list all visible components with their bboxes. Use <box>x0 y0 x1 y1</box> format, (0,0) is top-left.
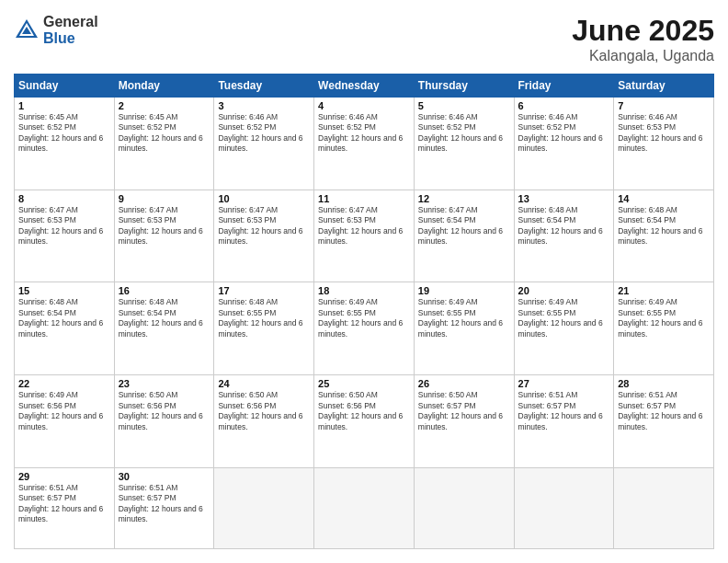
day-number: 30 <box>119 471 210 482</box>
day-number: 4 <box>318 100 410 111</box>
empty-cell <box>214 467 314 548</box>
day-cell-1: 1Sunrise: 6:45 AMSunset: 6:52 PMDaylight… <box>15 98 115 190</box>
day-number: 21 <box>618 285 710 296</box>
empty-cell <box>614 467 714 548</box>
day-info: Sunrise: 6:46 AMSunset: 6:53 PMDaylight:… <box>618 112 710 155</box>
day-cell-21: 21Sunrise: 6:49 AMSunset: 6:55 PMDayligh… <box>614 282 714 375</box>
day-number: 1 <box>18 100 110 111</box>
day-number: 3 <box>218 100 310 111</box>
day-number: 28 <box>618 378 710 389</box>
week-row-4: 22Sunrise: 6:49 AMSunset: 6:56 PMDayligh… <box>15 375 714 468</box>
calendar-title: June 2025 <box>572 14 714 48</box>
empty-cell <box>514 467 614 548</box>
day-info: Sunrise: 6:50 AMSunset: 6:56 PMDaylight:… <box>318 390 410 432</box>
day-cell-27: 27Sunrise: 6:51 AMSunset: 6:57 PMDayligh… <box>514 375 614 468</box>
day-number: 8 <box>18 193 110 204</box>
logo: General Blue <box>14 14 98 46</box>
day-cell-3: 3Sunrise: 6:46 AMSunset: 6:52 PMDaylight… <box>214 98 314 190</box>
day-info: Sunrise: 6:51 AMSunset: 6:57 PMDaylight:… <box>518 390 610 432</box>
day-info: Sunrise: 6:47 AMSunset: 6:53 PMDaylight:… <box>318 205 410 247</box>
day-info: Sunrise: 6:51 AMSunset: 6:57 PMDaylight:… <box>618 390 710 432</box>
day-number: 2 <box>119 100 210 111</box>
day-cell-28: 28Sunrise: 6:51 AMSunset: 6:57 PMDayligh… <box>614 375 714 468</box>
day-info: Sunrise: 6:50 AMSunset: 6:57 PMDaylight:… <box>418 390 510 432</box>
day-number: 29 <box>18 471 110 482</box>
week-row-1: 1Sunrise: 6:45 AMSunset: 6:52 PMDaylight… <box>15 98 714 190</box>
week-row-2: 8Sunrise: 6:47 AMSunset: 6:53 PMDaylight… <box>15 190 714 282</box>
day-number: 14 <box>618 193 710 204</box>
header-day-friday: Friday <box>514 75 614 98</box>
day-info: Sunrise: 6:46 AMSunset: 6:52 PMDaylight:… <box>318 112 410 155</box>
day-info: Sunrise: 6:48 AMSunset: 6:54 PMDaylight:… <box>518 205 610 247</box>
day-number: 10 <box>218 193 310 204</box>
logo-icon <box>14 17 40 43</box>
empty-cell <box>414 467 514 548</box>
logo-text: General Blue <box>43 14 98 46</box>
day-number: 9 <box>119 193 210 204</box>
empty-cell <box>314 467 415 548</box>
day-number: 20 <box>518 285 610 296</box>
day-number: 19 <box>418 285 510 296</box>
day-info: Sunrise: 6:50 AMSunset: 6:56 PMDaylight:… <box>119 390 210 432</box>
day-number: 13 <box>518 193 610 204</box>
header: General Blue June 2025 Kalangala, Uganda <box>14 14 714 64</box>
day-info: Sunrise: 6:45 AMSunset: 6:52 PMDaylight:… <box>18 112 110 155</box>
day-number: 23 <box>119 378 210 389</box>
day-info: Sunrise: 6:46 AMSunset: 6:52 PMDaylight:… <box>418 112 510 155</box>
day-cell-14: 14Sunrise: 6:48 AMSunset: 6:54 PMDayligh… <box>614 190 714 282</box>
day-info: Sunrise: 6:49 AMSunset: 6:55 PMDaylight:… <box>418 297 510 339</box>
header-day-wednesday: Wednesday <box>314 75 415 98</box>
day-number: 5 <box>418 100 510 111</box>
day-cell-11: 11Sunrise: 6:47 AMSunset: 6:53 PMDayligh… <box>314 190 415 282</box>
day-info: Sunrise: 6:49 AMSunset: 6:55 PMDaylight:… <box>518 297 610 339</box>
day-info: Sunrise: 6:45 AMSunset: 6:52 PMDaylight:… <box>119 112 210 155</box>
day-info: Sunrise: 6:49 AMSunset: 6:56 PMDaylight:… <box>18 390 110 432</box>
day-number: 7 <box>618 100 710 111</box>
day-info: Sunrise: 6:50 AMSunset: 6:56 PMDaylight:… <box>218 390 310 432</box>
day-cell-30: 30Sunrise: 6:51 AMSunset: 6:57 PMDayligh… <box>114 467 214 548</box>
day-info: Sunrise: 6:49 AMSunset: 6:55 PMDaylight:… <box>618 297 710 339</box>
calendar-subtitle: Kalangala, Uganda <box>572 48 714 64</box>
day-cell-23: 23Sunrise: 6:50 AMSunset: 6:56 PMDayligh… <box>114 375 214 468</box>
day-cell-26: 26Sunrise: 6:50 AMSunset: 6:57 PMDayligh… <box>414 375 514 468</box>
title-block: June 2025 Kalangala, Uganda <box>572 14 714 64</box>
day-info: Sunrise: 6:46 AMSunset: 6:52 PMDaylight:… <box>218 112 310 155</box>
day-info: Sunrise: 6:48 AMSunset: 6:54 PMDaylight:… <box>119 297 210 339</box>
calendar-header-row: SundayMondayTuesdayWednesdayThursdayFrid… <box>15 75 714 98</box>
header-day-sunday: Sunday <box>15 75 115 98</box>
day-cell-5: 5Sunrise: 6:46 AMSunset: 6:52 PMDaylight… <box>414 98 514 190</box>
day-number: 15 <box>18 285 110 296</box>
day-number: 27 <box>518 378 610 389</box>
day-info: Sunrise: 6:48 AMSunset: 6:54 PMDaylight:… <box>18 297 110 339</box>
day-info: Sunrise: 6:47 AMSunset: 6:54 PMDaylight:… <box>418 205 510 247</box>
day-number: 12 <box>418 193 510 204</box>
calendar-table: SundayMondayTuesdayWednesdayThursdayFrid… <box>14 74 714 549</box>
day-number: 22 <box>18 378 110 389</box>
day-number: 26 <box>418 378 510 389</box>
day-cell-18: 18Sunrise: 6:49 AMSunset: 6:55 PMDayligh… <box>314 282 415 375</box>
day-info: Sunrise: 6:46 AMSunset: 6:52 PMDaylight:… <box>518 112 610 155</box>
day-number: 17 <box>218 285 310 296</box>
day-cell-7: 7Sunrise: 6:46 AMSunset: 6:53 PMDaylight… <box>614 98 714 190</box>
day-info: Sunrise: 6:47 AMSunset: 6:53 PMDaylight:… <box>119 205 210 247</box>
day-cell-4: 4Sunrise: 6:46 AMSunset: 6:52 PMDaylight… <box>314 98 415 190</box>
day-number: 24 <box>218 378 310 389</box>
day-info: Sunrise: 6:48 AMSunset: 6:54 PMDaylight:… <box>618 205 710 247</box>
day-number: 18 <box>318 285 410 296</box>
day-info: Sunrise: 6:51 AMSunset: 6:57 PMDaylight:… <box>18 483 110 525</box>
day-cell-29: 29Sunrise: 6:51 AMSunset: 6:57 PMDayligh… <box>15 467 115 548</box>
day-cell-8: 8Sunrise: 6:47 AMSunset: 6:53 PMDaylight… <box>15 190 115 282</box>
day-info: Sunrise: 6:51 AMSunset: 6:57 PMDaylight:… <box>119 483 210 525</box>
day-info: Sunrise: 6:47 AMSunset: 6:53 PMDaylight:… <box>218 205 310 247</box>
week-row-5: 29Sunrise: 6:51 AMSunset: 6:57 PMDayligh… <box>15 467 714 548</box>
day-cell-15: 15Sunrise: 6:48 AMSunset: 6:54 PMDayligh… <box>15 282 115 375</box>
page: General Blue June 2025 Kalangala, Uganda… <box>0 0 728 563</box>
header-day-tuesday: Tuesday <box>214 75 314 98</box>
day-cell-12: 12Sunrise: 6:47 AMSunset: 6:54 PMDayligh… <box>414 190 514 282</box>
header-day-saturday: Saturday <box>614 75 714 98</box>
day-number: 6 <box>518 100 610 111</box>
day-cell-16: 16Sunrise: 6:48 AMSunset: 6:54 PMDayligh… <box>114 282 214 375</box>
day-number: 16 <box>119 285 210 296</box>
header-day-thursday: Thursday <box>414 75 514 98</box>
day-number: 25 <box>318 378 410 389</box>
